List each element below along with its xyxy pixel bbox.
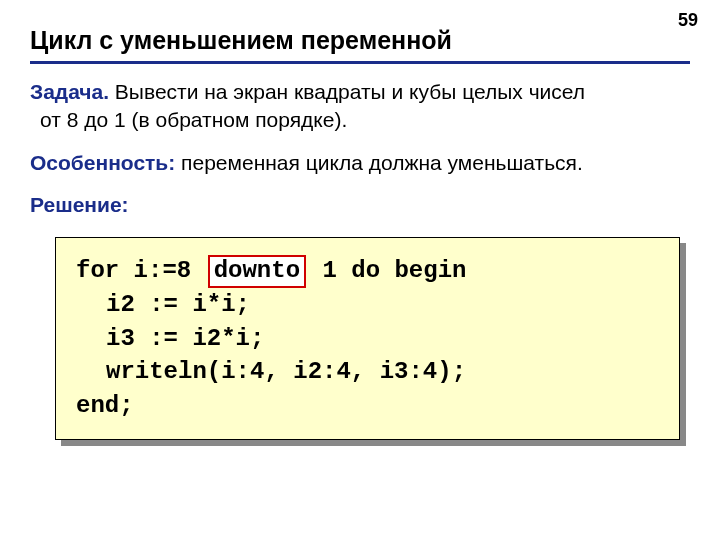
page-number: 59 (678, 10, 698, 31)
solution-paragraph: Решение: (30, 191, 690, 219)
slide-content: Цикл с уменьшением переменной Задача. Вы… (0, 0, 720, 460)
solution-label: Решение: (30, 193, 129, 216)
task-text-line2: от 8 до 1 (в обратном порядке). (30, 108, 347, 131)
code-line-2: i2 := i*i; (106, 291, 250, 318)
code-line-1b: 1 do begin (308, 257, 466, 284)
code-box: for i:=8 downto 1 do begin i2 := i*i; i3… (55, 237, 680, 439)
page-title: Цикл с уменьшением переменной (30, 26, 690, 64)
code-line-5: end; (76, 392, 134, 419)
code-block: for i:=8 downto 1 do begin i2 := i*i; i3… (55, 237, 680, 439)
feature-label: Особенность: (30, 151, 175, 174)
task-label: Задача. (30, 80, 109, 103)
code-line-3: i3 := i2*i; (106, 325, 264, 352)
task-text-line1: Вывести на экран квадраты и кубы целых ч… (109, 80, 585, 103)
feature-paragraph: Особенность: переменная цикла должна уме… (30, 149, 690, 177)
highlight-downto: downto (208, 255, 306, 288)
feature-text: переменная цикла должна уменьшаться. (175, 151, 583, 174)
code-line-1a: for i:=8 (76, 257, 206, 284)
code-line-4: writeln(i:4, i2:4, i3:4); (106, 358, 466, 385)
task-paragraph: Задача. Вывести на экран квадраты и кубы… (30, 78, 690, 135)
